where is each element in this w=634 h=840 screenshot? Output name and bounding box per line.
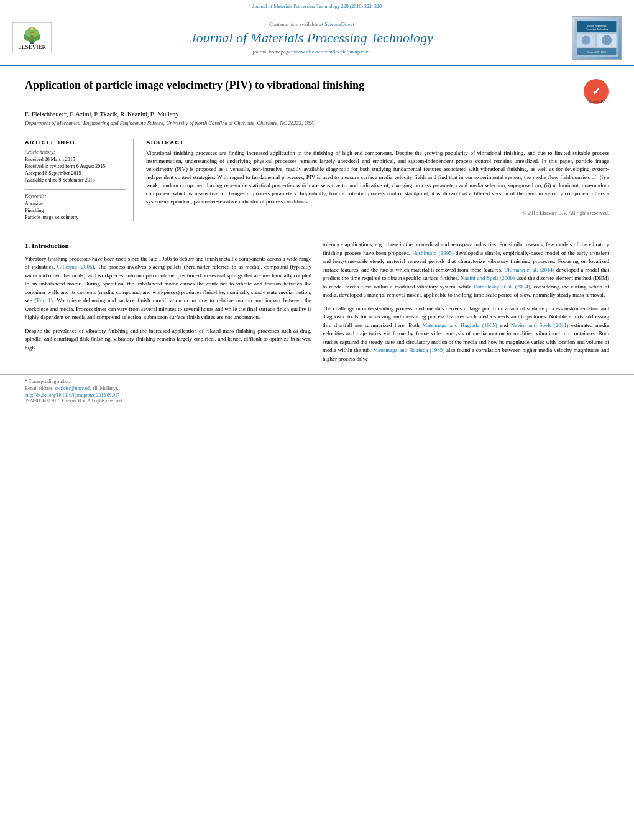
keywords-label: Keywords: (25, 193, 126, 199)
affiliation: Department of Mechanical Engineering and… (25, 120, 609, 126)
header-center: Contents lists available at ScienceDirec… (58, 21, 566, 55)
elsevier-logo: ELSEVIER (12, 22, 52, 54)
keyword-1: Abrasive (25, 201, 126, 206)
keyword-3: Particle image velocimetry (25, 215, 126, 220)
ref-fig1[interactable]: Fig. 1 (37, 297, 51, 303)
ref-domblesky[interactable]: Domblesky et al. (2004) (474, 284, 530, 290)
article-content: Application of particle image velocimetr… (0, 66, 634, 241)
received-date: Received 20 March 2015 (25, 157, 126, 162)
svg-point-19 (582, 35, 590, 44)
svg-point-6 (32, 29, 39, 36)
authors: E. Fleischhauer*, F. Azimi, P. Tkacik, R… (25, 111, 609, 118)
body-right-para1: tolerance applications, e.g., those in t… (323, 241, 609, 300)
header-section: ELSEVIER Contents lists available at Sci… (0, 11, 634, 66)
ref-gillespie[interactable]: Gillespie (2006) (57, 264, 94, 270)
email-suffix: (B. Mullany). (93, 385, 118, 391)
journal-homepage: journal homepage: www.elsevier.com/locat… (58, 48, 566, 55)
ref-uhlmann[interactable]: Uhlmann et al. (2014) (504, 267, 554, 273)
journal-citation: Journal of Materials Processing Technolo… (252, 4, 382, 9)
svg-text:Processing Technology: Processing Technology (586, 28, 609, 30)
ref-hashimoto[interactable]: Hashimoto (1995) (412, 250, 454, 256)
journal-bar: Journal of Materials Processing Technolo… (0, 0, 634, 11)
doi-line: http://dx.doi.org/10.1016/j.jmatprotec.2… (25, 392, 609, 398)
ref-matsunaga1965b[interactable]: Matsunaga and Hagiuda (1965) (373, 347, 444, 353)
contents-line: Contents lists available at ScienceDirec… (58, 21, 566, 27)
doi-link[interactable]: http://dx.doi.org/10.1016/j.jmatprotec.2… (25, 392, 120, 398)
email-label: E-mail address: (25, 385, 55, 391)
elsevier-text: ELSEVIER (18, 44, 46, 50)
article-title-row: Application of particle image velocimetr… (25, 78, 609, 106)
abstract-heading: ABSTRACT (146, 139, 609, 145)
accepted-date: Accepted 6 September 2015 (25, 170, 126, 176)
abstract-col: ABSTRACT Vibrational finishing processes… (146, 139, 609, 221)
page-wrapper: Journal of Materials Processing Technolo… (0, 0, 634, 840)
body-right-para2: The challenge in understanding process f… (323, 305, 609, 364)
revised-date: Received in revised form 6 August 2015 (25, 164, 126, 169)
body-right-col: tolerance applications, e.g., those in t… (323, 241, 609, 368)
article-meta-section: ARTICLE INFO Article history: Received 2… (25, 134, 609, 221)
svg-point-7 (30, 27, 34, 30)
section-divider (25, 228, 609, 228)
sciencedirect-link[interactable]: ScienceDirect (324, 21, 354, 27)
body-left-para1: Vibratory finishing processes have been … (25, 255, 311, 322)
svg-text:Volume 229 · 2016: Volume 229 · 2016 (587, 51, 606, 53)
ref-naeini2009[interactable]: Naeini and Spelt (2009) (461, 275, 515, 281)
keyword-2: Finishing (25, 208, 126, 213)
abstract-text: Vibrational finishing processes are find… (146, 149, 609, 206)
journal-title: Journal of Materials Processing Technolo… (58, 30, 566, 46)
article-info-heading: ARTICLE INFO (25, 139, 126, 145)
history-label: Article history: (25, 149, 126, 155)
ref-naeini2011[interactable]: Naeini and Spelt (2011) (511, 322, 569, 328)
article-info-col: ARTICLE INFO Article history: Received 2… (25, 139, 134, 221)
body-left-para2: Despite the prevalence of vibratory fini… (25, 327, 311, 353)
email-line: E-mail address: ewfleisc@uncc.edu (B. Mu… (25, 385, 609, 391)
email-link[interactable]: ewfleisc@uncc.edu (55, 385, 92, 391)
journal-cover-image: Journal of Materials Processing Technolo… (572, 16, 622, 60)
body-left-col: 1. Introduction Vibratory finishing proc… (25, 241, 311, 368)
keywords-section: Keywords: Abrasive Finishing Particle im… (25, 189, 126, 220)
footer-section: * Corresponding author. E-mail address: … (0, 374, 634, 407)
issn-line: 0924-0136/© 2015 Elsevier B.V. All right… (25, 398, 609, 404)
svg-text:✓: ✓ (592, 85, 601, 98)
elsevier-tree-icon (18, 25, 46, 45)
svg-point-20 (602, 35, 612, 45)
body-section: 1. Introduction Vibratory finishing proc… (0, 241, 634, 368)
available-date: Available online 9 September 2015 (25, 177, 126, 183)
homepage-prefix: journal homepage: (253, 48, 294, 55)
article-title: Application of particle image velocimetr… (25, 78, 583, 93)
copyright-line: © 2015 Elsevier B.V. All rights reserved… (146, 210, 609, 216)
contents-prefix: Contents lists available at (269, 21, 324, 27)
crossmark-badge: ✓ CrossMark (583, 78, 609, 106)
ref-matsunaga1965[interactable]: Matsunaga and Hagiuda (1965) (422, 322, 497, 328)
svg-text:CrossMark: CrossMark (589, 99, 604, 103)
svg-point-5 (25, 29, 32, 36)
section1-title: 1. Introduction (25, 241, 311, 251)
homepage-url[interactable]: www.elsevier.com/locate/jmatprotec (293, 48, 370, 55)
svg-text:Journal of Materials: Journal of Materials (587, 25, 606, 27)
corresponding-note: * Corresponding author. (25, 379, 609, 384)
